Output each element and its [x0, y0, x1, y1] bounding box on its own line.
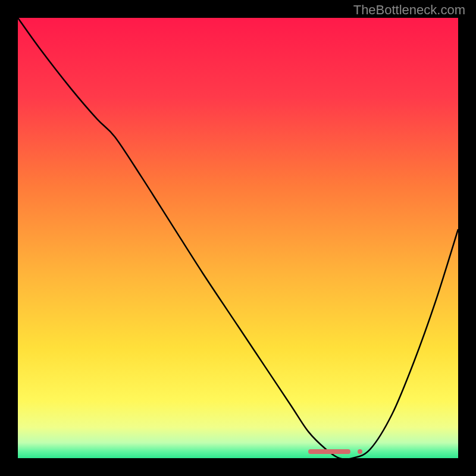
watermark-text: TheBottleneck.com	[353, 2, 465, 18]
optimal-range-marker	[308, 449, 350, 454]
chart-plot-area	[18, 18, 458, 458]
bottleneck-curve	[18, 18, 458, 458]
